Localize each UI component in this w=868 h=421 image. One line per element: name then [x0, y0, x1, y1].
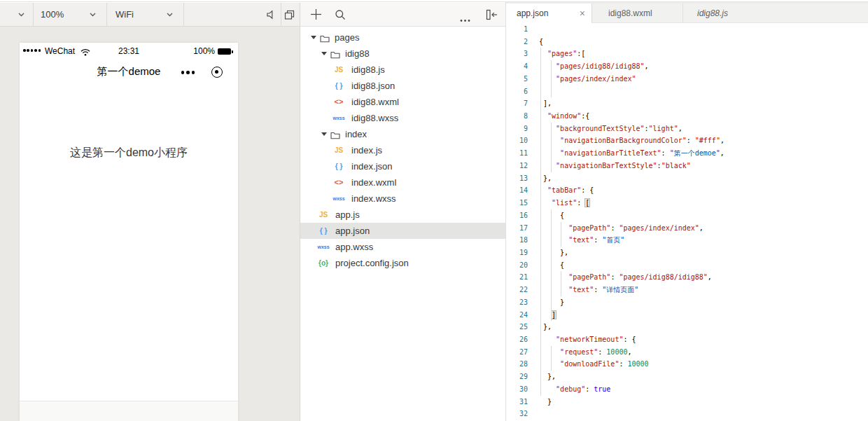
editor-panel: app.json×idig88.wxmlidig88.js 12{3 "page…: [505, 2, 868, 421]
code-line[interactable]: 12 "navigationBarTextStyle":"black": [506, 160, 868, 172]
code-line-text: "navigationBarTitleText": "第一个demoe",: [539, 147, 724, 160]
line-number: 7: [506, 97, 528, 110]
code-line[interactable]: 19 },: [506, 247, 868, 259]
triangle-expand-icon[interactable]: [321, 52, 327, 55]
code-line-text: "list": [: [539, 197, 589, 209]
code-line[interactable]: 20 {: [506, 259, 868, 272]
tree-folder-idig88[interactable]: idig88: [300, 46, 505, 62]
line-number: 31: [506, 396, 528, 408]
code-line-text: "pages/index/index": [539, 73, 636, 85]
code-line-text: {: [539, 259, 564, 272]
toolbar-separator: [106, 3, 107, 27]
tree-item-label: index: [345, 126, 367, 142]
multi-window-icon[interactable]: [284, 10, 295, 22]
line-number: 20: [506, 259, 528, 272]
phone-status-bar: WeChat 23:31 100%: [20, 43, 238, 60]
tree-folder-index[interactable]: index: [300, 126, 505, 142]
tree-item-label: index.js: [351, 142, 382, 158]
code-line[interactable]: 3 "pages":[: [506, 48, 868, 60]
code-line[interactable]: 25 },: [506, 321, 868, 333]
tab-close-icon[interactable]: ×: [580, 8, 585, 19]
code-line[interactable]: 32: [506, 408, 868, 420]
code-line-text: }: [539, 396, 552, 408]
tree-file-index.json[interactable]: { }index.json: [300, 158, 505, 174]
code-line[interactable]: 30 "debug": true: [506, 383, 868, 396]
line-number: 8: [506, 110, 528, 123]
code-line[interactable]: 29 },: [506, 371, 868, 383]
code-line[interactable]: 7 ],: [506, 97, 868, 110]
code-line[interactable]: 24 ]: [506, 309, 868, 322]
zoom-dropdown-value[interactable]: 100%: [41, 3, 64, 27]
collapse-panel-icon[interactable]: [486, 9, 498, 23]
mini-program-close-icon[interactable]: [211, 67, 223, 78]
code-line[interactable]: 2{: [506, 36, 868, 48]
code-line[interactable]: 14 "tabBar": {: [506, 184, 868, 197]
more-options-icon[interactable]: [460, 13, 471, 25]
editor-tab-idig88.js[interactable]: idig88.js: [683, 4, 774, 23]
code-line[interactable]: 8 "window":{: [506, 110, 868, 123]
tree-file-idig88.json[interactable]: { }idig88.json: [300, 78, 505, 94]
tree-folder-pages[interactable]: pages: [300, 29, 505, 46]
code-line[interactable]: 23 }: [506, 296, 868, 309]
triangle-expand-icon[interactable]: [311, 36, 316, 39]
tree-file-idig88.js[interactable]: JSidig88.js: [300, 62, 505, 78]
code-line[interactable]: 11 "navigationBarTitleText": "第一个demoe",: [506, 147, 868, 160]
json-file-icon: { }: [330, 158, 347, 174]
wxml-file-icon: <>: [330, 94, 347, 110]
tree-item-label: pages: [335, 29, 359, 46]
tree-file-idig88.wxml[interactable]: <>idig88.wxml: [300, 94, 505, 110]
code-line[interactable]: 13 },: [506, 172, 868, 185]
tree-item-label: app.wxss: [335, 239, 373, 255]
network-dropdown-value[interactable]: WiFi: [115, 3, 134, 27]
tree-file-project.config.json[interactable]: {o}project.config.json: [300, 255, 505, 271]
line-number: 28: [506, 358, 528, 371]
tree-file-index.js[interactable]: JSindex.js: [300, 142, 505, 158]
network-dropdown-chevron-icon[interactable]: [167, 13, 173, 17]
phone-simulator: WeChat 23:31 100% 第一个demoe 这是第一个demo小程序: [20, 43, 238, 421]
editor-tab-idig88.wxml[interactable]: idig88.wxml: [592, 4, 683, 23]
editor-tab-app.json[interactable]: app.json×: [506, 4, 592, 24]
folder-icon: [330, 130, 340, 142]
add-file-icon[interactable]: [310, 8, 322, 23]
zoom-dropdown-chevron-icon[interactable]: [90, 13, 96, 17]
code-line[interactable]: 27 "request": 10000,: [506, 346, 868, 359]
code-line[interactable]: 6: [506, 85, 868, 98]
line-number: 5: [506, 73, 528, 85]
tree-file-app.json[interactable]: { }app.json: [300, 223, 505, 239]
code-line-text: "pages/idig88/idig88",: [539, 60, 649, 73]
code-line[interactable]: 28 "downloadFile": 10000: [506, 358, 868, 371]
line-number: 13: [506, 172, 528, 185]
phone-nav-bar: 第一个demoe: [20, 60, 238, 86]
tab-label: idig88.wxml: [608, 8, 652, 18]
wxml-file-icon: <>: [330, 174, 347, 191]
code-line[interactable]: 26 "networkTimeout": {: [506, 333, 868, 346]
tree-file-app.js[interactable]: JSapp.js: [300, 207, 505, 223]
mini-program-menu-icon[interactable]: [179, 71, 195, 74]
code-line[interactable]: 4 "pages/idig88/idig88",: [506, 60, 868, 73]
code-line[interactable]: 10 "navigationBarBackgroundColor": "#fff…: [506, 134, 868, 147]
indent-guide: [551, 209, 552, 321]
line-number: 1: [506, 23, 528, 36]
tree-file-idig88.wxss[interactable]: wxssidig88.wxss: [300, 110, 505, 126]
code-line[interactable]: 9 "backgroundTextStyle":"light",: [506, 123, 868, 135]
indent-guide: [561, 271, 561, 296]
line-number: 30: [506, 383, 528, 396]
device-dropdown[interactable]: [18, 13, 24, 17]
sound-icon[interactable]: [266, 10, 276, 22]
code-line-text: {: [539, 36, 543, 48]
line-number: 32: [506, 408, 528, 420]
code-line[interactable]: 31 }: [506, 396, 868, 408]
line-number: 29: [506, 371, 528, 383]
triangle-expand-icon[interactable]: [321, 132, 327, 136]
code-line[interactable]: 16 {: [506, 209, 868, 222]
code-line[interactable]: 15 "list": [: [506, 197, 868, 209]
code-line-text: "request": 10000,: [539, 346, 631, 359]
code-line[interactable]: 5 "pages/index/index": [506, 73, 868, 85]
tree-file-app.wxss[interactable]: wxssapp.wxss: [300, 239, 505, 255]
tree-file-index.wxml[interactable]: <>index.wxml: [300, 174, 505, 191]
search-icon[interactable]: [335, 9, 346, 23]
code-editor[interactable]: 12{3 "pages":[4 "pages/idig88/idig88",5 …: [506, 23, 868, 421]
tree-file-index.wxss[interactable]: wxssindex.wxss: [300, 191, 505, 207]
code-line[interactable]: 1: [506, 23, 868, 36]
folder-icon: [320, 33, 330, 46]
